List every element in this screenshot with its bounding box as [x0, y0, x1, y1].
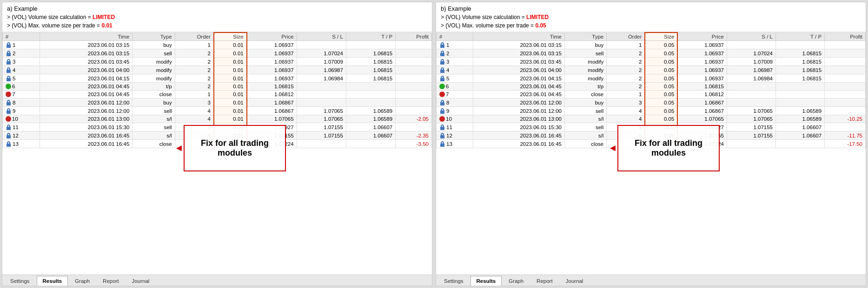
cell-tp: 1.06589 — [776, 115, 825, 123]
table-row: 4 2023.06.01 04:00 modify 2 0.01 1.06937… — [3, 66, 432, 74]
cell-order: 5 — [175, 131, 214, 140]
cell-num: 6 — [3, 83, 40, 91]
cell-price: 1.06815 — [677, 83, 727, 91]
row-num: 1 — [13, 42, 15, 48]
tab-a-report[interactable]: Report — [97, 276, 125, 286]
row-num: 9 — [446, 108, 449, 114]
cell-profit — [825, 66, 866, 74]
cell-time: 2023.06.01 03:15 — [473, 41, 564, 49]
cell-price: 1.06937 — [247, 58, 297, 66]
cell-price: 1.06927 — [677, 123, 727, 131]
panel-a-limited: LIMITED — [93, 14, 115, 20]
cell-tp: 1.06815 — [776, 49, 825, 58]
col-sl-b: S / L — [727, 33, 775, 41]
cell-type: close — [133, 140, 175, 148]
cell-profit — [825, 41, 866, 49]
cell-tp: 1.06815 — [776, 66, 825, 74]
tab-b-journal[interactable]: Journal — [560, 276, 590, 286]
table-row: 12 2023.06.01 16:45 s/l 5 0.05 1.07155 1… — [437, 131, 866, 140]
cell-profit: -2.35 — [396, 131, 432, 140]
lock-icon — [6, 99, 12, 105]
cell-num: 3 — [437, 58, 473, 66]
cell-order: 3 — [175, 98, 214, 107]
svg-rect-59 — [440, 144, 444, 147]
row-num: 5 — [446, 76, 449, 81]
cell-size: 0.05 — [645, 83, 677, 91]
cell-tp: 1.06815 — [346, 49, 395, 58]
row-num: 8 — [446, 100, 449, 105]
col-type-b: Type — [564, 33, 606, 41]
svg-rect-20 — [7, 111, 11, 114]
cell-type: close — [133, 91, 175, 98]
cell-price: 1.06937 — [247, 74, 297, 83]
table-row: 6 2023.06.01 04:45 t/p 2 0.05 1.06815 — [437, 83, 866, 91]
green-circle-icon — [439, 84, 445, 89]
cell-order: 1 — [607, 91, 645, 98]
cell-order: 4 — [175, 107, 214, 115]
cell-time: 2023.06.01 03:45 — [473, 58, 564, 66]
lock-icon — [6, 59, 12, 65]
cell-order: 5 — [607, 123, 645, 131]
table-row: 2 2023.06.01 03:15 sell 2 0.01 1.06937 1… — [3, 49, 432, 58]
cell-num: 12 — [3, 131, 40, 140]
cell-size: 0.05 — [645, 140, 677, 148]
cell-type: buy — [564, 98, 606, 107]
panel-b-line2-prefix: > (VOL) Max. volume size per trade = — [441, 22, 535, 29]
cell-profit — [825, 83, 866, 91]
tab-b-report[interactable]: Report — [530, 276, 559, 286]
cell-size: 0.01 — [214, 115, 247, 123]
row-num: 5 — [13, 76, 15, 81]
lock-icon — [6, 108, 12, 114]
cell-time: 2023.06.01 04:15 — [473, 74, 564, 83]
cell-size: 0.05 — [645, 131, 677, 140]
col-order-a: Order — [175, 33, 214, 41]
svg-rect-14 — [7, 78, 11, 81]
lock-icon — [439, 99, 445, 105]
cell-num: 10 — [3, 115, 40, 123]
cell-sl: 1.07155 — [727, 123, 775, 131]
tab-a-results[interactable]: Results — [37, 276, 68, 286]
cell-sl — [297, 91, 346, 98]
col-profit-a: Profit — [396, 33, 432, 41]
cell-tp — [776, 91, 825, 98]
cell-price: 1.06927 — [247, 123, 297, 131]
cell-sl: 1.07009 — [727, 58, 775, 66]
tab-a-settings[interactable]: Settings — [4, 276, 36, 286]
tab-b-results[interactable]: Results — [470, 276, 502, 286]
cell-num: 4 — [437, 66, 473, 74]
cell-type: modify — [133, 74, 175, 83]
cell-sl — [297, 41, 346, 49]
tab-a-graph[interactable]: Graph — [69, 276, 96, 286]
row-num: 2 — [446, 51, 449, 56]
cell-time: 2023.06.01 16:45 — [473, 140, 564, 148]
col-sl-a: S / L — [297, 33, 346, 41]
cell-price: 1.06937 — [247, 49, 297, 58]
panel-a-line2-prefix: > (VOL) Max. volume size per trade = — [7, 22, 101, 29]
panel-a-header: a) Example > (VOL) Volume size calculati… — [2, 2, 432, 32]
cell-time: 2023.06.01 03:15 — [473, 49, 564, 58]
col-num-b: # — [437, 33, 473, 41]
svg-rect-23 — [7, 127, 11, 130]
cell-price: 1.06815 — [247, 83, 297, 91]
panel-b-limited: LIMITED — [526, 14, 549, 20]
row-num: 6 — [446, 84, 449, 89]
tab-b-graph[interactable]: Graph — [503, 276, 530, 286]
tab-a-journal[interactable]: Journal — [126, 276, 156, 286]
svg-rect-11 — [7, 70, 11, 73]
cell-size: 0.01 — [214, 91, 247, 98]
cell-tp — [346, 83, 395, 91]
cell-order: 4 — [175, 115, 214, 123]
tab-b-settings[interactable]: Settings — [438, 276, 470, 286]
cell-sl: 1.07155 — [297, 123, 346, 131]
cell-time: 2023.06.01 16:45 — [40, 131, 133, 140]
row-num: 7 — [446, 92, 449, 97]
cell-price: 1.07224 — [247, 140, 297, 148]
cell-type: sell — [133, 123, 175, 131]
cell-type: sell — [133, 49, 175, 58]
cell-size: 0.05 — [645, 49, 677, 58]
cell-time: 2023.06.01 16:45 — [40, 140, 133, 148]
cell-tp — [776, 98, 825, 107]
panel-b-line1-prefix: > (VOL) Volume size calculation = — [441, 14, 526, 20]
row-num: 10 — [446, 116, 452, 122]
cell-sl: 1.07009 — [297, 58, 346, 66]
